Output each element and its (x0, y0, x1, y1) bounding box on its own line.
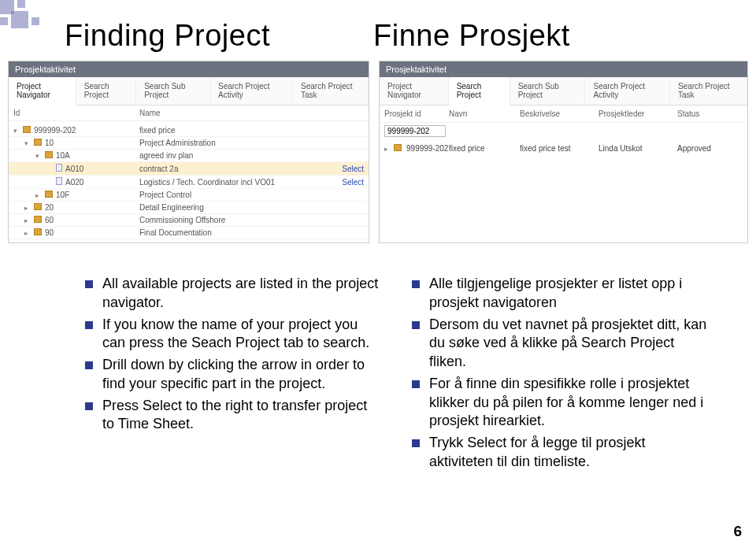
tab-search-project[interactable]: Search Project (449, 77, 510, 106)
slide-decoration (0, 0, 58, 31)
tree-row[interactable]: ▸90Final Documentation (9, 227, 369, 239)
project-navigator-panel: Prosjektaktivitet Project NavigatorSearc… (8, 61, 369, 243)
page-number: 6 (733, 523, 742, 540)
bullet-square-icon (412, 321, 420, 329)
folder-icon (23, 126, 31, 133)
panel-header: Prosjektaktivitet (9, 61, 369, 77)
collapse-arrow-icon[interactable]: ▾ (35, 152, 43, 160)
tab-search-project-task[interactable]: Search Project Task (293, 77, 369, 105)
tree-row[interactable]: ▾999999-202fixed price (9, 124, 369, 137)
expand-arrow-icon[interactable]: ▸ (24, 204, 32, 212)
slide-title: Finding Project Finne Prosjekt (65, 19, 756, 53)
row-name: Commissioning Offshore (139, 216, 332, 224)
bullets-norwegian: Alle tilgjengelige prosjekter er listet … (412, 275, 709, 475)
bullet-square-icon (412, 439, 420, 447)
folder-icon (394, 144, 402, 151)
bullet-item: If you know the name of your project you… (85, 316, 382, 354)
row-name: agreed inv plan (139, 151, 332, 160)
tab-project-navigator[interactable]: Project Navigator (9, 77, 76, 106)
grid-header: Prosjekt id Navn Beskrivelse Prosjektled… (380, 106, 747, 123)
col-prosjektid: Prosjekt id (384, 109, 449, 118)
row-id: A010 (65, 165, 83, 173)
bullet-square-icon (85, 280, 93, 288)
bullet-square-icon (412, 380, 420, 388)
search-row (380, 123, 747, 139)
tab-project-navigator[interactable]: Project Navigator (380, 77, 449, 105)
bullet-text: All available projects are listed in the… (102, 275, 382, 313)
folder-icon (34, 228, 42, 235)
col-name-header: Name (139, 109, 364, 117)
tab-search-project-activity[interactable]: Search Project Activity (585, 77, 669, 105)
project-tree: ▾999999-202fixed price▾10Project Adminis… (9, 121, 369, 243)
tree-row[interactable]: ▾10Aagreed inv plan (9, 150, 369, 162)
bullet-square-icon (85, 361, 93, 369)
row-id: A020 (65, 178, 83, 187)
tree-row[interactable]: ▸20Detail Engineering (9, 202, 369, 214)
prosjekt-id-input[interactable] (384, 125, 446, 137)
search-result-row[interactable]: ▸999999-202 fixed price fixed price test… (380, 139, 747, 157)
tab-search-project-task[interactable]: Search Project Task (670, 77, 747, 105)
bullet-text: Drill down by clicking the arrow in orde… (102, 356, 382, 394)
expand-arrow-icon[interactable]: ▸ (24, 229, 32, 237)
document-icon (56, 164, 62, 172)
row-id: 90 (45, 228, 54, 237)
right-tabs: Project NavigatorSearch ProjectSearch Su… (380, 77, 747, 106)
folder-icon (34, 203, 42, 210)
select-link[interactable]: Select (332, 178, 364, 187)
tree-row[interactable]: ▸10FProject Control (9, 189, 369, 202)
row-id: 10F (56, 191, 69, 199)
row-id: 999999-202 (34, 126, 76, 135)
tab-search-project-activity[interactable]: Search Project Activity (210, 77, 293, 105)
result-leder: Linda Utskot (598, 144, 677, 153)
row-name: Detail Engineering (139, 203, 332, 212)
bullet-text: For å finne din spesifikke rolle i prosj… (429, 375, 709, 431)
col-id-header: Id (13, 109, 139, 117)
bullet-item: Drill down by clicking the arrow in orde… (85, 356, 382, 394)
bullet-item: Dersom du vet navnet på prosjektet ditt,… (412, 316, 709, 372)
collapse-arrow-icon[interactable]: ▾ (13, 127, 21, 135)
bullet-item: Trykk Select for å legge til prosjekt ak… (412, 434, 709, 472)
folder-icon (34, 139, 42, 146)
title-right: Finne Prosjekt (373, 19, 570, 53)
tree-row[interactable]: ▾10Project Administration (9, 137, 369, 150)
result-status: Approved (677, 144, 732, 153)
bullet-item: Alle tilgjengelige prosjekter er listet … (412, 275, 709, 313)
row-id: 10 (45, 139, 54, 147)
bullet-item: For å finne din spesifikke rolle i prosj… (412, 375, 709, 431)
expand-arrow-icon[interactable]: ▸ (384, 145, 392, 153)
bullet-text: If you know the name of your project you… (102, 316, 382, 354)
tab-search-project[interactable]: Search Project (76, 77, 136, 105)
left-column-header: Id Name (9, 106, 369, 121)
tab-search-sub-project[interactable]: Search Sub Project (510, 77, 586, 105)
row-id: 60 (45, 216, 54, 224)
select-link[interactable]: Select (332, 165, 364, 173)
bullet-item: All available projects are listed in the… (85, 275, 382, 313)
row-name: Logistics / Tech. Coordinator incl VO01 (139, 178, 332, 187)
title-left: Finding Project (65, 19, 270, 52)
col-prosjektleder: Prosjektleder (598, 109, 677, 118)
result-navn: fixed price (449, 144, 520, 153)
tree-row[interactable]: ▸60Commissioning Offshore (9, 214, 369, 227)
result-beskrivelse: fixed price test (520, 144, 598, 153)
tree-row[interactable]: A020Logistics / Tech. Coordinator incl V… (9, 176, 369, 189)
bullets-english: All available projects are listed in the… (85, 275, 382, 475)
row-name: contract 2a (139, 165, 332, 173)
collapse-arrow-icon[interactable]: ▾ (24, 139, 32, 147)
tree-row[interactable]: A010contract 2aSelect (9, 162, 369, 176)
bullet-text: Press Select to the right to transfer pr… (102, 397, 382, 435)
col-navn: Navn (449, 109, 520, 118)
expand-arrow-icon[interactable]: ▸ (35, 191, 43, 199)
bullet-text: Dersom du vet navnet på prosjektet ditt,… (429, 316, 709, 372)
tab-search-sub-project[interactable]: Search Sub Project (136, 77, 210, 105)
bullet-text: Alle tilgjengelige prosjekter er listet … (429, 275, 709, 313)
left-tabs: Project NavigatorSearch ProjectSearch Su… (9, 77, 369, 106)
document-icon (56, 177, 62, 185)
folder-icon (45, 151, 53, 158)
expand-arrow-icon[interactable]: ▸ (24, 217, 32, 224)
bullet-square-icon (85, 321, 93, 329)
col-beskrivelse: Beskrivelse (520, 109, 598, 118)
bullet-text: Trykk Select for å legge til prosjekt ak… (429, 434, 709, 472)
result-id: 999999-202 (406, 144, 448, 153)
bullet-item: Press Select to the right to transfer pr… (85, 397, 382, 435)
row-id: 10A (56, 151, 70, 160)
